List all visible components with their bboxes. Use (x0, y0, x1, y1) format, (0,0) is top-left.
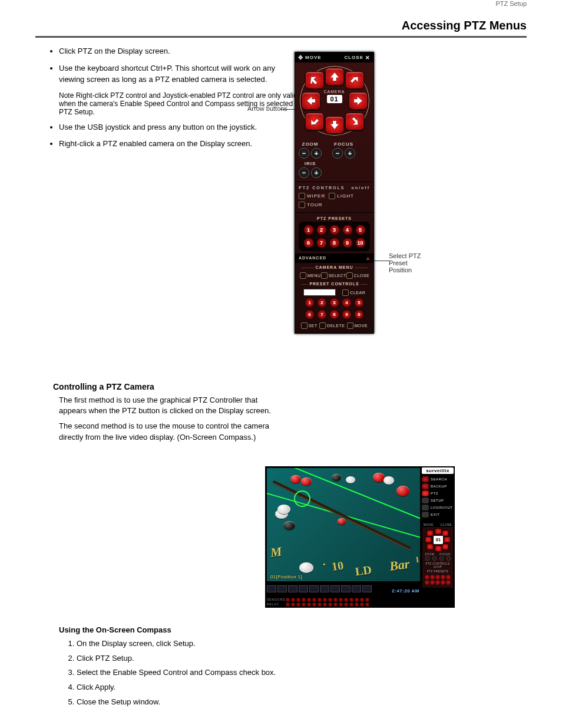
mini-arrow-up[interactable] (435, 528, 442, 535)
zoom-in-button[interactable]: + (311, 148, 322, 159)
numpad-4[interactable]: 4 (342, 298, 352, 308)
clock-display: 2:47:20 AM (392, 588, 419, 594)
sensor-indicator (286, 598, 290, 602)
relay-label: RELAY (267, 602, 285, 606)
compass-target-icon (294, 490, 310, 507)
advanced-toggle[interactable]: ADVANCED (299, 256, 326, 260)
step-2: Use the keyboard shortcut Ctrl+P. This s… (59, 63, 283, 85)
nav-ptz[interactable]: PTZ (422, 490, 454, 497)
preset-8[interactable]: 8 (329, 238, 340, 248)
titlebar-close-label: CLOSE (344, 55, 363, 60)
callout-arrow-buttons: Arrow buttons (247, 105, 287, 112)
nav-login[interactable]: LOGIN/OUT (422, 504, 454, 511)
compass-step-3: Select the Enable Speed Control and Comp… (77, 667, 406, 679)
compass-step-5: Close the Setup window. (77, 696, 406, 709)
ptz-arrow-left[interactable] (302, 92, 320, 110)
light-toggle[interactable] (329, 193, 335, 199)
nav-exit[interactable]: EXIT (422, 511, 454, 518)
camera-number: 01 (327, 95, 342, 103)
numpad-7[interactable]: 7 (317, 309, 327, 319)
numpad-8[interactable]: 8 (329, 309, 339, 319)
ptz-arrow-ne[interactable] (345, 71, 364, 89)
mini-arrow-ne[interactable] (442, 530, 449, 536)
iris-close-button[interactable]: − (299, 167, 309, 178)
camera-overlay-label: 01[Position 1] (270, 574, 302, 579)
numpad-2[interactable]: 2 (317, 298, 327, 308)
preset-10[interactable]: 10 (355, 238, 366, 248)
chevron-up-icon[interactable]: ▴ (366, 255, 370, 261)
compass-sub: The second method is to use the mouse to… (59, 421, 283, 442)
relay-indicator[interactable] (286, 602, 290, 607)
ptz-arrow-right[interactable] (349, 92, 368, 110)
live-screen-figure: M . 10 LD Bar 1 01[Position 1] surveilli… (265, 466, 455, 608)
mini-arrow-nw[interactable] (427, 530, 434, 536)
nav-backup[interactable]: BACKUP (422, 483, 454, 490)
compass-steps: On the Display screen, click Setup. Clic… (77, 638, 406, 709)
ptz-onoff-label: on/off (352, 186, 370, 190)
numpad-6[interactable]: 6 (305, 309, 315, 319)
mini-arrow-se[interactable] (442, 543, 449, 550)
camera-close-button[interactable] (346, 272, 353, 279)
compass-heading: Controlling a PTZ Camera (53, 382, 562, 391)
layout-selector-bar[interactable] (267, 585, 372, 592)
camera-indicator: CAMERA 01 (322, 88, 347, 115)
preset-3[interactable]: 3 (329, 225, 340, 235)
numpad-9[interactable]: 9 (342, 309, 352, 319)
page-title: Accessing PTZ Menus (0, 19, 562, 36)
ptz-controller-panel: ✥ MOVE CLOSE ✕ CAMERA 01 (295, 52, 374, 334)
access-steps: Click PTZ on the Display screen. Use the… (0, 46, 562, 85)
preset-4[interactable]: 4 (342, 225, 353, 235)
compass-step-4: Click Apply. (77, 681, 406, 694)
focus-label: FOCUS (334, 141, 353, 147)
wiper-toggle[interactable] (299, 193, 305, 199)
note-text: Note Right-click PTZ control and Joystic… (0, 91, 306, 116)
preset-number-input[interactable] (303, 289, 336, 296)
focus-far-button[interactable]: + (345, 148, 355, 159)
numpad-0[interactable]: 0 (354, 309, 364, 319)
compass-intro: The first method is to use the graphical… (59, 395, 283, 416)
ptz-arrow-sw[interactable] (305, 113, 324, 130)
titlebar-move[interactable]: MOVE (305, 55, 322, 60)
mini-arrow-right[interactable] (444, 536, 451, 543)
focus-near-button[interactable]: − (332, 148, 343, 159)
camera-menu-button[interactable] (300, 272, 306, 279)
live-video-pane[interactable]: M . 10 LD Bar 1 01[Position 1] (267, 468, 420, 581)
clear-button[interactable] (342, 289, 349, 296)
nav-search[interactable]: SEARCH (422, 476, 454, 483)
compass-step-1: On the Display screen, click Setup. (77, 638, 406, 650)
preset-move-button[interactable] (347, 322, 353, 329)
tour-toggle[interactable] (299, 202, 305, 208)
zoom-label: ZOOM (302, 141, 319, 147)
camera-select-button[interactable] (321, 272, 328, 279)
numpad-5[interactable]: 5 (354, 298, 364, 308)
mini-arrow-down[interactable] (435, 545, 442, 552)
camera-menu-heading: CAMERA MENU (313, 265, 355, 269)
ptz-arrow-up[interactable] (325, 68, 344, 85)
preset-1[interactable]: 1 (303, 225, 314, 235)
compass-step-2: Click PTZ Setup. (77, 653, 406, 665)
preset-6[interactable]: 6 (303, 238, 314, 248)
numpad-1[interactable]: 1 (305, 298, 315, 308)
presets-heading: PTZ PRESETS (299, 215, 370, 222)
ptz-arrow-down[interactable] (325, 116, 344, 134)
preset-set-button[interactable] (301, 322, 308, 329)
brand-logo: surveillix (422, 467, 454, 474)
mini-arrow-sw[interactable] (427, 543, 434, 550)
ptz-arrow-se[interactable] (345, 113, 364, 130)
ptz-arrow-nw[interactable] (305, 71, 324, 89)
mini-close-icon[interactable]: CLOSE (441, 523, 452, 526)
step-3: Use the USB joystick and press any butto… (59, 122, 283, 133)
iris-open-button[interactable]: + (311, 167, 322, 178)
preset-9[interactable]: 9 (342, 238, 353, 248)
mini-arrow-left[interactable] (425, 536, 432, 543)
preset-7[interactable]: 7 (316, 238, 327, 248)
zoom-out-button[interactable]: − (299, 148, 309, 159)
preset-2[interactable]: 2 (316, 225, 327, 235)
preset-delete-button[interactable] (319, 322, 326, 329)
numpad-3[interactable]: 3 (329, 298, 339, 308)
move-icon[interactable]: ✥ (298, 54, 303, 61)
close-icon[interactable]: ✕ (365, 55, 371, 61)
nav-setup[interactable]: SETUP (422, 497, 454, 504)
preset-5[interactable]: 5 (355, 225, 366, 235)
callout-presets: Select PTZ Preset Position (389, 252, 430, 274)
